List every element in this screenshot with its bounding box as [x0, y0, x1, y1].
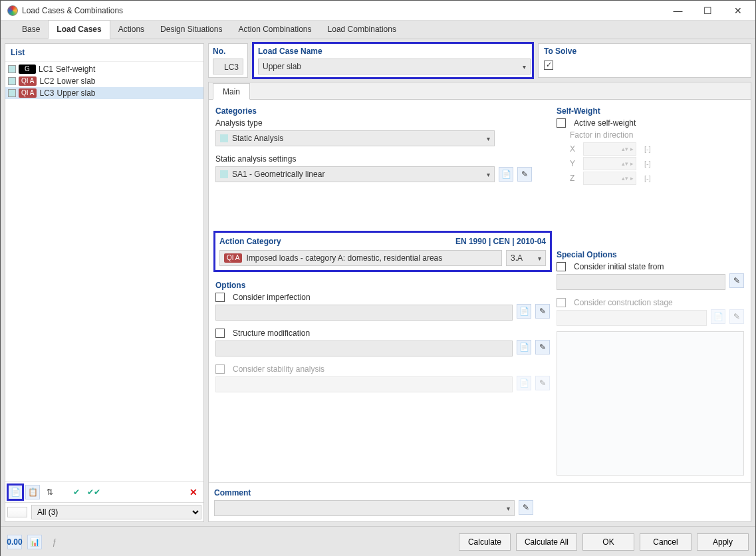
window: Load Cases & Combinations — ☐ ✕ Base Loa…: [0, 0, 756, 556]
action-category-code-combo[interactable]: 3.A ▾: [506, 250, 546, 266]
new-settings-button[interactable]: 📄: [499, 167, 513, 182]
tab-load-combinations[interactable]: Load Combinations: [320, 21, 404, 39]
color-swatch: [8, 77, 16, 85]
edit-stability-button: ✎: [535, 376, 550, 390]
consider-imperfection-checkbox[interactable]: [215, 293, 225, 302]
load-case-name-combo[interactable]: Upper slab ▾: [258, 59, 531, 74]
tab-load-cases[interactable]: Load Cases: [48, 20, 110, 39]
list-item[interactable]: G LC1 Self-weight: [5, 63, 203, 75]
main-right-column: Self-Weight Active self-weight Factor in…: [557, 106, 744, 476]
list-item[interactable]: QI A LC2 Lower slab: [5, 75, 203, 87]
unit-label: [-]: [644, 174, 651, 182]
no-label: No.: [213, 47, 243, 56]
uncheck-button[interactable]: ✔✔: [86, 485, 101, 499]
options-section: Options Consider imperfection 📄 ✎: [215, 281, 550, 392]
chevron-down-icon: ▾: [487, 135, 490, 142]
construction-stage-label: Consider construction stage: [574, 298, 673, 307]
lc-name: Lower slab: [57, 76, 95, 86]
structure-modification-checkbox[interactable]: [215, 329, 225, 338]
main-body: Categories Analysis type Static Analysis…: [209, 100, 751, 482]
category-tag: QI A: [224, 253, 242, 263]
tab-action-combinations[interactable]: Action Combinations: [230, 21, 319, 39]
units-button[interactable]: 0.00: [7, 535, 22, 549]
analysis-type-combo[interactable]: Static Analysis ▾: [215, 130, 495, 146]
right-panel: No. LC3 Load Case Name Upper slab ▾ To S…: [208, 43, 751, 522]
new-modification-button[interactable]: 📄: [517, 340, 531, 354]
main-card: Main Categories Analysis type Static Ana…: [208, 82, 751, 522]
analysis-type-value: Static Analysis: [232, 134, 283, 143]
consider-stability-label: Consider stability analysis: [233, 364, 324, 374]
comment-combo[interactable]: ▾: [214, 500, 515, 516]
comment-section: Comment ▾ ✎: [209, 482, 751, 521]
to-solve-checkbox[interactable]: [544, 61, 553, 70]
active-self-weight-checkbox[interactable]: [557, 118, 566, 128]
lc-code: LC3: [39, 88, 54, 98]
tab-actions[interactable]: Actions: [110, 21, 152, 39]
initial-state-checkbox[interactable]: [557, 262, 566, 271]
stability-input: [215, 376, 513, 392]
axis-x-label: X: [570, 144, 579, 154]
axis-z-label: Z: [570, 174, 579, 183]
copy-button[interactable]: 📋: [25, 485, 40, 499]
special-options-section: Special Options Consider initial state f…: [557, 250, 744, 326]
structure-modification-input[interactable]: [215, 341, 513, 356]
initial-state-input[interactable]: [557, 274, 725, 290]
factor-direction-label: Factor in direction: [570, 130, 744, 140]
inner-tabs: Main: [209, 82, 751, 100]
comment-edit-button[interactable]: ✎: [519, 500, 533, 515]
comment-title: Comment: [214, 488, 533, 497]
new-button[interactable]: 📄: [8, 485, 23, 499]
action-category-combo[interactable]: QI A Imposed loads - category A: domesti…: [219, 250, 502, 266]
delete-button[interactable]: ✕: [186, 485, 201, 499]
initial-state-label: Consider initial state from: [574, 262, 664, 271]
category-tag: G: [19, 65, 36, 74]
script-button: ƒ: [47, 535, 62, 549]
calculate-all-button[interactable]: Calculate All: [516, 533, 577, 551]
analysis-type-label: Analysis type: [215, 118, 550, 128]
tab-design-situations[interactable]: Design Situations: [152, 21, 230, 39]
to-solve-box: To Solve: [538, 43, 751, 78]
filter-select[interactable]: All (3): [31, 505, 201, 519]
no-value[interactable]: LC3: [213, 59, 243, 74]
edit-imperfection-button[interactable]: ✎: [535, 304, 550, 319]
new-imperfection-button[interactable]: 📄: [517, 304, 531, 319]
apply-button[interactable]: Apply: [697, 533, 749, 551]
window-title: Load Cases & Combinations: [22, 6, 663, 15]
minimize-button[interactable]: —: [663, 1, 693, 20]
imperfection-input[interactable]: [215, 305, 513, 321]
analysis-settings-combo[interactable]: SA1 - Geometrically linear ▾: [215, 166, 495, 182]
edit-settings-button[interactable]: ✎: [517, 167, 532, 182]
options-title: Options: [215, 281, 550, 290]
sort-button[interactable]: ⇅: [43, 485, 57, 499]
main-left-column: Categories Analysis type Static Analysis…: [215, 106, 550, 476]
construction-stage-checkbox: [557, 298, 566, 307]
chevron-down-icon: ▾: [487, 171, 490, 178]
self-weight-section: Self-Weight Active self-weight Factor in…: [557, 106, 744, 186]
categories-section: Categories Analysis type Static Analysis…: [215, 106, 550, 182]
factor-y-input: ▴▾ ▸: [583, 157, 636, 170]
factor-x-input: ▴▾ ▸: [583, 142, 636, 156]
display-button[interactable]: 📊: [27, 535, 42, 549]
unit-label: [-]: [644, 145, 651, 153]
calculate-button[interactable]: Calculate: [459, 533, 511, 551]
maximize-button[interactable]: ☐: [693, 1, 723, 20]
inner-tab-main[interactable]: Main: [213, 83, 250, 100]
close-button[interactable]: ✕: [723, 1, 753, 20]
check-button[interactable]: ✔: [69, 485, 84, 499]
active-self-weight-label: Active self-weight: [574, 118, 636, 128]
load-case-list[interactable]: G LC1 Self-weight QI A LC2 Lower slab QI…: [5, 62, 203, 482]
no-box: No. LC3: [208, 43, 248, 78]
edit-modification-button[interactable]: ✎: [535, 340, 550, 354]
cancel-button[interactable]: Cancel: [640, 533, 692, 551]
app-icon: [7, 5, 18, 16]
construction-stage-input: [557, 310, 707, 326]
ok-button[interactable]: OK: [582, 533, 634, 551]
lc-name: Upper slab: [57, 88, 95, 98]
category-tag: QI A: [19, 76, 37, 86]
list-item[interactable]: QI A LC3 Upper slab: [5, 87, 203, 99]
tab-base[interactable]: Base: [14, 21, 48, 39]
edit-initial-state-button[interactable]: ✎: [729, 273, 744, 288]
filter-swatch[interactable]: [7, 507, 27, 517]
self-weight-title: Self-Weight: [557, 106, 744, 116]
action-category-description: Imposed loads - category A: domestic, re…: [246, 253, 442, 263]
